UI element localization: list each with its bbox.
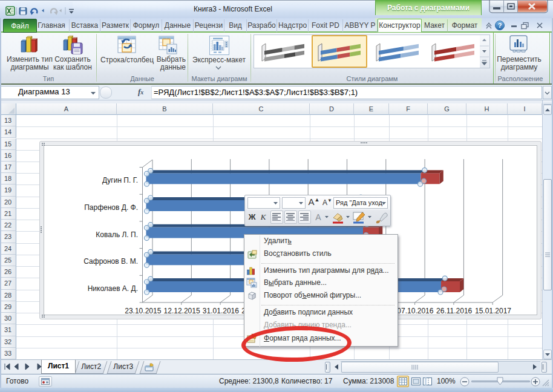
svg-text:?: ? [498,22,502,29]
